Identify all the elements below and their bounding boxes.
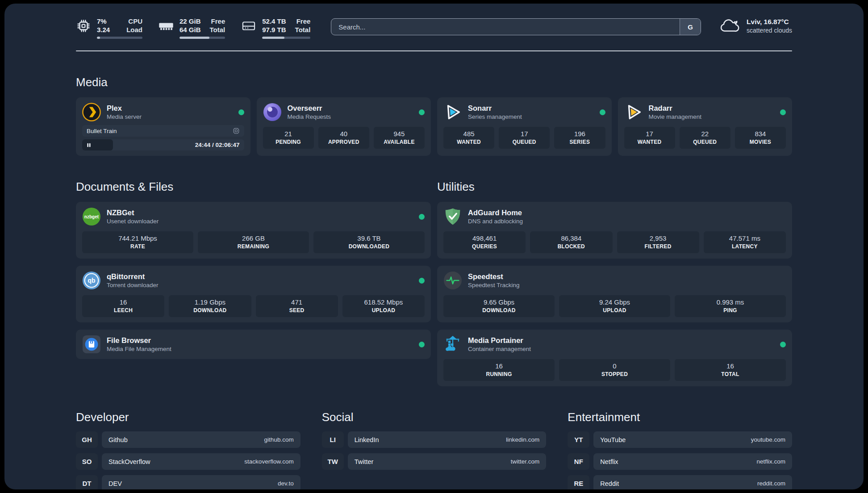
status-dot-online — [419, 109, 425, 115]
search-input[interactable] — [331, 19, 680, 35]
app-card-adguard-home[interactable]: AdGuard HomeDNS and adblocking498,461QUE… — [437, 202, 792, 259]
link-label: YouTube — [600, 436, 626, 443]
app-stats-row: 744.21 MbpsRATE266 GBREMAINING39.6 TBDOW… — [82, 231, 425, 253]
app-description: Media server — [107, 113, 142, 120]
status-dot-online — [238, 109, 244, 115]
stat-value: 266 GB — [199, 234, 308, 242]
app-description: Torrent downloader — [107, 282, 159, 288]
link-pill-youtube[interactable]: YouTubeyoutube.com — [593, 431, 792, 448]
stat-tile-stopped: 0STOPPED — [559, 359, 670, 381]
adguard-icon — [443, 207, 462, 226]
system-stat-row: 97.9 TBTotal — [262, 25, 310, 34]
app-card-sonarr[interactable]: SonarrSeries management485WANTED17QUEUED… — [437, 97, 612, 156]
app-name: qBittorrent — [107, 272, 159, 281]
app-description: Usenet downloader — [107, 218, 159, 225]
system-stat-cpu: 7%CPU3.24Load — [76, 17, 142, 39]
link-pill-reddit[interactable]: Redditreddit.com — [593, 475, 792, 489]
media-player-widget: Bullet Train24:44 / 02:06:47 — [82, 125, 244, 150]
app-card-media-portainer[interactable]: Media PortainerContainer management16RUN… — [437, 330, 792, 386]
app-description: Movie management — [649, 113, 702, 120]
link-url: linkedin.com — [506, 436, 539, 443]
now-playing-title: Bullet Train — [87, 128, 117, 134]
link-section-title: Developer — [76, 410, 300, 424]
system-stats: 7%CPU3.24Load22 GiBFree64 GiBTotal52.4 T… — [76, 17, 310, 39]
search-bar[interactable]: G — [331, 18, 701, 35]
link-pill-twitter[interactable]: Twittertwitter.com — [348, 453, 547, 470]
status-dot-online — [600, 109, 605, 115]
link-label: StackOverflow — [108, 458, 150, 465]
link-section-developer: DeveloperGHGithubgithub.comSOStackOverfl… — [76, 386, 300, 489]
app-stats-row: 498,461QUERIES86,384BLOCKED2,953FILTERED… — [443, 231, 786, 253]
app-card-speedtest[interactable]: SpeedtestSpeedtest Tracking9.65 GbpsDOWN… — [437, 266, 792, 322]
search-engine-button[interactable]: G — [680, 19, 701, 35]
stat-label: FILTERED — [618, 243, 698, 250]
link-row-reddit: RERedditreddit.com — [568, 475, 792, 489]
app-stats-row: 16RUNNING0STOPPED16TOTAL — [443, 359, 786, 381]
link-section-social: SocialLILinkedInlinkedin.comTWTwittertwi… — [322, 386, 547, 489]
stat-progressbar — [97, 37, 142, 39]
ram-icon — [159, 17, 174, 39]
app-card-overseerr[interactable]: OverseerrMedia Requests21PENDING40APPROV… — [257, 97, 431, 156]
nzbget-icon: nzbget — [82, 207, 101, 226]
link-abbr: LI — [322, 431, 344, 448]
stat-value: 7% — [97, 17, 107, 25]
topbar-divider — [76, 50, 792, 51]
stat-tile-queued: 22QUEUED — [680, 127, 730, 149]
stat-label: Free — [211, 17, 225, 25]
stat-label: BLOCKED — [531, 243, 611, 250]
stat-tile-downloaded: 39.6 TBDOWNLOADED — [313, 231, 425, 253]
link-row-netflix: NFNetflixnetflix.com — [568, 453, 792, 470]
stat-label: LEECH — [83, 307, 163, 313]
stat-tile-queries: 498,461QUERIES — [443, 231, 526, 253]
pause-icon — [86, 142, 92, 148]
stat-label: RUNNING — [444, 371, 554, 377]
stat-label: WANTED — [625, 139, 674, 145]
status-dot-online — [419, 278, 425, 284]
link-url: dev.to — [278, 480, 294, 487]
link-abbr: YT — [568, 431, 589, 448]
app-name: Speedtest — [468, 272, 520, 281]
stat-tile-download: 9.65 GbpsDOWNLOAD — [443, 295, 555, 317]
status-dot-online — [419, 342, 425, 347]
app-stats-row: 17WANTED22QUEUED834MOVIES — [624, 127, 786, 149]
stat-tile-queued: 17QUEUED — [499, 127, 550, 149]
stat-label: Total — [295, 25, 311, 34]
stat-progress-fill — [97, 37, 100, 39]
top-bar: 7%CPU3.24Load22 GiBFree64 GiBTotal52.4 T… — [4, 4, 864, 39]
stat-tile-remaining: 266 GBREMAINING — [198, 231, 309, 253]
stat-tile-leech: 16LEECH — [82, 295, 164, 317]
filebrowser-icon — [82, 335, 101, 354]
link-abbr: DT — [76, 475, 98, 489]
link-pill-dev[interactable]: DEVdev.to — [102, 475, 300, 489]
link-pill-stackoverflow[interactable]: StackOverflowstackoverflow.com — [102, 453, 300, 470]
player-progressbar[interactable]: 24:44 / 02:06:47 — [82, 139, 244, 150]
plex-icon — [82, 103, 101, 121]
link-abbr: GH — [76, 431, 98, 448]
link-pill-linkedin[interactable]: LinkedInlinkedin.com — [348, 431, 547, 448]
stat-label: DOWNLOADED — [314, 243, 424, 250]
app-card-file-browser[interactable]: File BrowserMedia File Management — [76, 330, 431, 359]
app-card-nzbget[interactable]: nzbgetNZBGetUsenet downloader744.21 Mbps… — [76, 202, 431, 259]
cloud-icon — [719, 18, 740, 34]
link-label: DEV — [108, 480, 122, 487]
link-pill-github[interactable]: Githubgithub.com — [102, 431, 300, 448]
link-pill-netflix[interactable]: Netflixnetflix.com — [593, 453, 792, 470]
app-card-plex[interactable]: PlexMedia serverBullet Train24:44 / 02:0… — [76, 97, 250, 156]
documents-section-title: Documents & Files — [76, 180, 431, 194]
system-stat-row: 7%CPU — [97, 17, 142, 25]
stat-label: STOPPED — [560, 371, 669, 377]
stat-value: 0 — [560, 362, 669, 370]
app-card-qbittorrent[interactable]: qbqBittorrentTorrent downloader16LEECH1.… — [76, 266, 431, 322]
stat-tile-filtered: 2,953FILTERED — [617, 231, 699, 253]
link-url: twitter.com — [511, 458, 540, 465]
stat-progress-fill — [179, 37, 209, 39]
stat-label: UPLOAD — [343, 307, 424, 313]
link-row-github: GHGithubgithub.com — [76, 431, 300, 448]
system-stat-row: 3.24Load — [97, 25, 142, 34]
stat-tile-ping: 0.993 msPING — [675, 295, 786, 317]
app-name: Overseerr — [288, 104, 331, 113]
stat-value: 16 — [444, 362, 554, 370]
app-description: DNS and adblocking — [468, 218, 523, 225]
app-card-radarr[interactable]: RadarrMovie management17WANTED22QUEUED83… — [618, 97, 793, 156]
stat-value: 0.993 ms — [676, 298, 785, 306]
